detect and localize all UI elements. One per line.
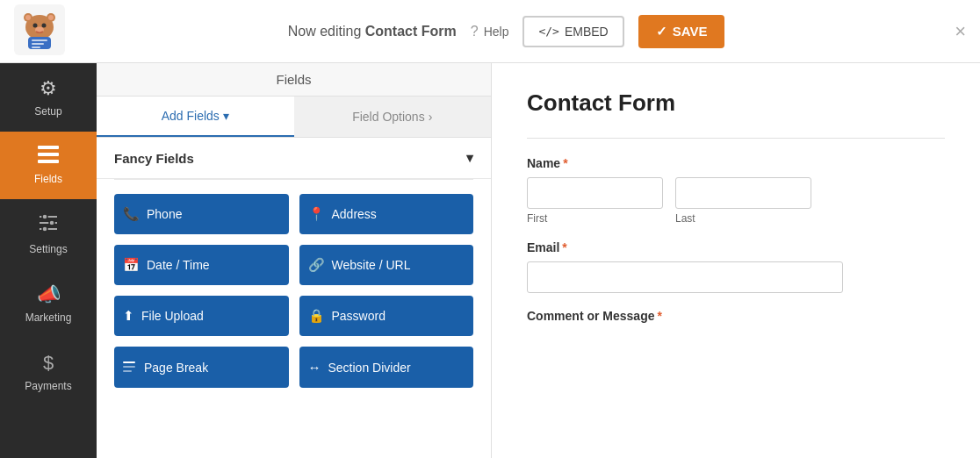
svg-rect-10 [32,39,47,41]
link-icon: 🔗 [308,257,325,273]
first-name-input[interactable] [527,177,663,209]
close-button[interactable]: × [955,20,966,43]
topbar: Now editing Contact Form ? Help </> EMBE… [0,0,980,63]
tab-options-label: Field Options [352,110,424,124]
upload-icon: ⬆ [123,308,134,324]
sectiondivider-label: Section Divider [328,361,411,375]
sidebar: ⚙ Setup Fields [0,63,97,458]
fields-icon [38,146,59,168]
fields-tabs: Add Fields ▾ Field Options › [97,97,491,138]
editing-label: Now editing Contact Form [288,24,457,39]
chevron-down-icon: ▾ [223,109,229,123]
first-name-wrap: First [527,177,663,225]
topbar-center: Now editing Contact Form ? Help </> EMBE… [65,15,948,48]
svg-rect-14 [38,153,59,156]
website-label: Website / URL [332,258,411,272]
settings-icon [38,213,59,238]
sidebar-label-payments: Payments [25,380,71,392]
tab-add-fields[interactable]: Add Fields ▾ [97,97,294,137]
svg-point-7 [42,23,47,27]
last-name-sublabel: Last [675,212,811,225]
logo [14,4,65,59]
email-label-text: Email [527,240,559,254]
checkmark-icon: ✓ [656,24,667,39]
fancy-fields-chevron-icon: ▾ [466,150,473,166]
form-divider [527,138,945,139]
field-btn-datetime[interactable]: 📅 Date / Time [114,245,289,285]
fields-header-label: Fields [276,72,311,87]
password-label: Password [332,309,386,323]
fields-panel: Fields Add Fields ▾ Field Options › Fanc… [97,63,492,458]
sidebar-label-fields: Fields [34,173,62,185]
sidebar-label-settings: Settings [29,243,67,255]
fields-panel-header: Fields [97,63,491,97]
address-icon: 📍 [308,206,325,222]
email-input[interactable] [527,261,843,293]
help-button[interactable]: ? Help [471,24,509,39]
dollar-icon: $ [43,352,54,375]
form-preview: Contact Form Name * First Last [492,63,980,458]
sidebar-item-settings[interactable]: Settings [0,199,97,269]
tab-add-label: Add Fields [162,109,220,123]
name-label: Name * [527,156,945,170]
email-field-group: Email * [527,240,945,293]
sidebar-item-setup[interactable]: ⚙ Setup [0,63,97,132]
name-label-text: Name [527,156,560,170]
sectiondivider-icon: ↔ [308,360,321,375]
field-btn-address[interactable]: 📍 Address [299,194,474,234]
fancy-fields-grid: 📞 Phone 📍 Address 📅 Date / Time 🔗 Websit… [97,180,491,402]
embed-button[interactable]: </> EMBED [522,16,623,47]
save-label: SAVE [673,24,708,39]
field-btn-password[interactable]: 🔒 Password [299,296,474,336]
main-layout: ⚙ Setup Fields [0,63,980,458]
help-label: Help [484,25,509,39]
svg-point-6 [33,23,38,27]
name-required-indicator: * [563,156,567,170]
email-required-indicator: * [562,240,566,254]
fileupload-label: File Upload [141,309,204,323]
last-name-wrap: Last [675,177,811,225]
name-fields-row: First Last [527,177,945,225]
sidebar-item-marketing[interactable]: 📣 Marketing [0,269,97,338]
svg-rect-23 [123,361,135,363]
tab-field-options[interactable]: Field Options › [294,97,492,137]
fancy-fields-label: Fancy Fields [114,151,194,166]
svg-point-4 [25,15,31,20]
svg-rect-25 [123,370,132,372]
gear-icon: ⚙ [40,77,57,100]
comment-required-indicator: * [657,309,661,323]
form-title: Contact Form [527,89,945,117]
comment-label: Comment or Message * [527,309,945,323]
phone-icon: 📞 [123,206,140,222]
svg-point-5 [48,15,54,20]
sidebar-item-fields[interactable]: Fields [0,132,97,199]
fancy-fields-header: Fancy Fields ▾ [97,138,491,179]
embed-code-icon: </> [538,25,558,38]
field-btn-sectiondivider[interactable]: ↔ Section Divider [299,347,474,388]
field-btn-website[interactable]: 🔗 Website / URL [299,245,474,285]
comment-field-group: Comment or Message * [527,309,945,323]
comment-label-text: Comment or Message [527,309,654,323]
chevron-right-icon: › [429,110,433,124]
sidebar-label-setup: Setup [34,105,61,118]
svg-point-22 [42,226,47,232]
svg-rect-15 [38,160,59,163]
datetime-label: Date / Time [147,258,210,272]
field-btn-fileupload[interactable]: ⬆ File Upload [114,296,289,336]
field-btn-pagebreak[interactable]: Page Break [114,347,289,388]
last-name-input[interactable] [675,177,811,209]
address-label: Address [332,207,377,221]
calendar-icon: 📅 [123,257,140,273]
email-label: Email * [527,240,945,254]
svg-rect-12 [32,47,40,48]
save-button[interactable]: ✓ SAVE [638,15,725,48]
pagebreak-icon [123,359,137,376]
sidebar-item-payments[interactable]: $ Payments [0,338,97,406]
field-btn-phone[interactable]: 📞 Phone [114,194,289,234]
svg-rect-11 [32,43,44,45]
svg-point-20 [49,220,54,225]
pagebreak-label: Page Break [144,361,208,375]
name-field-group: Name * First Last [527,156,945,225]
embed-label: EMBED [565,25,609,39]
svg-point-18 [42,214,47,219]
